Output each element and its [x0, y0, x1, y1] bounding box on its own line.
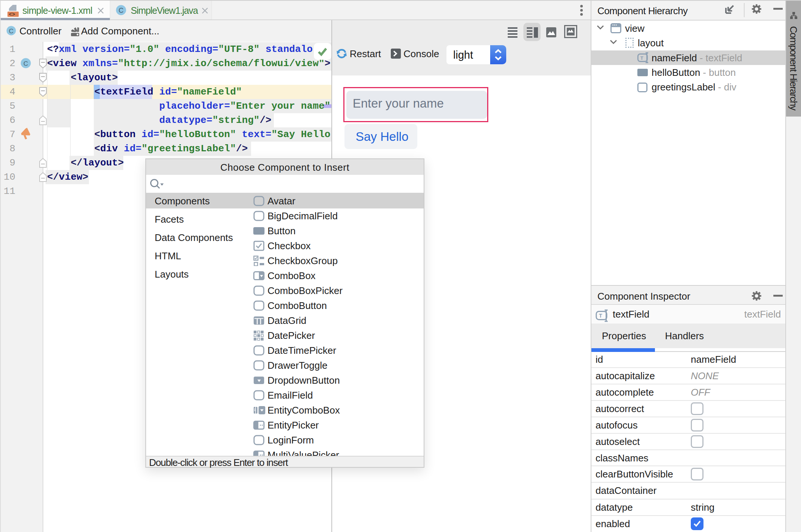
svg-text:<>: <>: [9, 12, 15, 17]
svg-text:C: C: [24, 60, 28, 67]
svg-text:C: C: [119, 7, 124, 14]
svg-text:T: T: [599, 313, 602, 319]
svg-text:C: C: [9, 28, 13, 35]
svg-text:T: T: [640, 55, 643, 61]
